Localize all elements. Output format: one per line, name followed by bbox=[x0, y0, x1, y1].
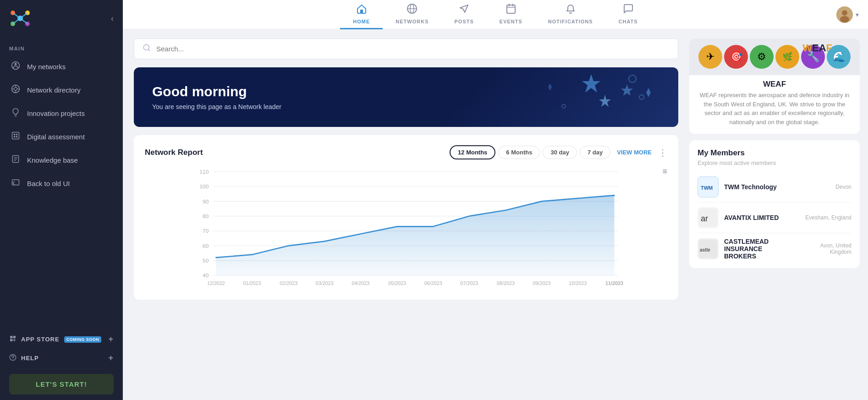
help-label: HELP bbox=[21, 355, 39, 362]
avantix-location: Evesham, England bbox=[805, 214, 852, 221]
network-report-card: Network Report 12 Months 6 Months 30 day… bbox=[134, 135, 678, 300]
nav-item-notifications-label: NOTIFICATIONS bbox=[548, 19, 593, 24]
svg-text:110: 110 bbox=[199, 169, 209, 175]
sidebar-section-main: MAIN bbox=[0, 37, 123, 55]
nav-item-networks[interactable]: NETWORKS bbox=[383, 0, 441, 29]
svg-text:12/2022: 12/2022 bbox=[207, 280, 225, 286]
sidebar-item-innovation-projects[interactable]: Innovation projects bbox=[0, 102, 123, 125]
notifications-icon bbox=[565, 3, 576, 17]
report-menu-button[interactable]: ⋮ bbox=[658, 147, 667, 158]
filter-30day[interactable]: 30 day bbox=[543, 146, 577, 159]
svg-text:08/2023: 08/2023 bbox=[497, 280, 515, 286]
my-members-title: My Members bbox=[698, 148, 852, 158]
svg-text:09/2023: 09/2023 bbox=[533, 280, 551, 286]
avantix-name: AVANTIX LIMITED bbox=[724, 214, 800, 221]
sidebar-item-innovation-projects-label: Innovation projects bbox=[27, 110, 85, 117]
svg-text:11/2023: 11/2023 bbox=[605, 280, 623, 286]
knowledge-base-icon bbox=[11, 154, 21, 166]
search-input[interactable] bbox=[156, 45, 670, 53]
svg-point-10 bbox=[15, 63, 17, 65]
twm-location: Devon bbox=[835, 184, 852, 190]
nav-user-area[interactable]: ▾ bbox=[836, 6, 859, 23]
nav-item-home[interactable]: HOME bbox=[340, 0, 383, 29]
weaf-brand-label: WEAF bbox=[802, 42, 832, 54]
weaf-logo-2: 🎯 bbox=[724, 45, 748, 69]
svg-line-7 bbox=[13, 18, 20, 24]
app-store-label: APP STORE bbox=[21, 336, 60, 343]
svg-point-33 bbox=[12, 359, 13, 359]
nav-item-home-label: HOME bbox=[353, 19, 370, 24]
lets-start-button[interactable]: LET'S START! bbox=[9, 374, 114, 395]
weaf-card: ✈ 🎯 ⚙ 🌿 🔧 🌊 WEAF WEAF WEAF represents th… bbox=[689, 38, 860, 134]
svg-text:100: 100 bbox=[199, 183, 209, 190]
my-networks-icon bbox=[11, 61, 21, 72]
app-store-item[interactable]: APP STORE COMING SOON + bbox=[9, 330, 114, 349]
banner-subtitle: You are seeing this page as a Network le… bbox=[152, 103, 660, 110]
view-more-button[interactable]: VIEW MORE bbox=[617, 149, 652, 156]
sidebar-item-back-to-old-ui[interactable]: Back to old UI bbox=[0, 172, 123, 195]
svg-rect-19 bbox=[16, 134, 17, 135]
sidebar-item-back-to-old-ui-label: Back to old UI bbox=[27, 180, 70, 187]
nav-item-posts[interactable]: POSTS bbox=[442, 0, 487, 29]
app-store-icon bbox=[9, 335, 16, 344]
sidebar-header: ‹ bbox=[0, 0, 123, 37]
svg-point-44 bbox=[840, 16, 849, 22]
sidebar: ‹ MAIN My networks Network directory Inn… bbox=[0, 0, 123, 400]
twm-name: TWM Technology bbox=[724, 183, 830, 191]
svg-marker-71 bbox=[216, 195, 614, 275]
svg-line-6 bbox=[20, 13, 27, 18]
svg-rect-26 bbox=[12, 180, 19, 185]
help-item[interactable]: HELP + bbox=[9, 349, 114, 367]
member-item-castlemead[interactable]: astle CASTLEMEAD INSURANCE BROKERS Avon,… bbox=[698, 233, 852, 264]
svg-text:ar: ar bbox=[701, 214, 708, 223]
sidebar-item-digital-assessment[interactable]: Digital assessment bbox=[0, 125, 123, 148]
user-avatar bbox=[836, 6, 853, 23]
svg-line-5 bbox=[13, 13, 20, 18]
nav-item-events[interactable]: EVENTS bbox=[487, 0, 535, 29]
svg-text:10/2023: 10/2023 bbox=[569, 280, 587, 286]
svg-rect-17 bbox=[12, 132, 19, 139]
member-item-twm[interactable]: TWM TWM Technology Devon bbox=[698, 172, 852, 203]
sidebar-item-network-directory[interactable]: Network directory bbox=[0, 78, 123, 102]
weaf-logo-1: ✈ bbox=[698, 45, 722, 69]
nav-item-events-label: EVENTS bbox=[500, 19, 522, 24]
weaf-logo-4: 🌿 bbox=[775, 45, 799, 69]
posts-icon bbox=[459, 3, 470, 17]
app-store-plus-icon: + bbox=[108, 334, 114, 344]
chats-icon bbox=[623, 3, 634, 17]
user-dropdown-icon: ▾ bbox=[856, 11, 859, 18]
network-directory-icon bbox=[11, 84, 21, 96]
svg-rect-28 bbox=[13, 336, 16, 338]
svg-rect-34 bbox=[360, 10, 363, 13]
svg-text:06/2023: 06/2023 bbox=[424, 280, 442, 286]
sidebar-item-my-networks[interactable]: My networks bbox=[0, 55, 123, 78]
svg-text:50: 50 bbox=[203, 258, 209, 264]
svg-text:TWM: TWM bbox=[701, 185, 713, 191]
filter-12months[interactable]: 12 Months bbox=[450, 145, 495, 159]
chart-area: ≡ 110 100 90 bbox=[145, 167, 667, 295]
svg-text:90: 90 bbox=[203, 198, 209, 205]
nav-item-networks-label: NETWORKS bbox=[396, 19, 429, 24]
svg-point-43 bbox=[842, 10, 847, 16]
filter-7day[interactable]: 7 day bbox=[580, 146, 610, 159]
sidebar-collapse-button[interactable]: ‹ bbox=[111, 14, 114, 23]
help-icon bbox=[9, 354, 16, 362]
svg-text:80: 80 bbox=[203, 213, 209, 219]
top-navigation: HOME NETWORKS POSTS EVENTS bbox=[123, 0, 868, 29]
sidebar-item-knowledge-base[interactable]: Knowledge base bbox=[0, 148, 123, 172]
home-icon bbox=[356, 3, 367, 17]
my-members-subtitle: Explore most active members bbox=[698, 159, 852, 166]
svg-text:40: 40 bbox=[203, 272, 209, 279]
report-title: Network Report bbox=[145, 148, 443, 157]
filter-6months[interactable]: 6 Months bbox=[498, 146, 540, 159]
member-item-avantix[interactable]: ar AVANTIX LIMITED Evesham, England bbox=[698, 203, 852, 233]
nav-item-notifications[interactable]: NOTIFICATIONS bbox=[535, 0, 606, 29]
nav-item-chats[interactable]: CHATS bbox=[606, 0, 651, 29]
svg-text:70: 70 bbox=[203, 228, 209, 234]
sidebar-item-network-directory-label: Network directory bbox=[27, 86, 81, 94]
sidebar-item-knowledge-base-label: Knowledge base bbox=[27, 156, 78, 164]
search-bar bbox=[134, 38, 678, 59]
center-panel: Good morning You are seeing this page as… bbox=[123, 29, 689, 400]
chart-menu-icon[interactable]: ≡ bbox=[662, 167, 667, 176]
help-plus-icon: + bbox=[108, 353, 114, 363]
